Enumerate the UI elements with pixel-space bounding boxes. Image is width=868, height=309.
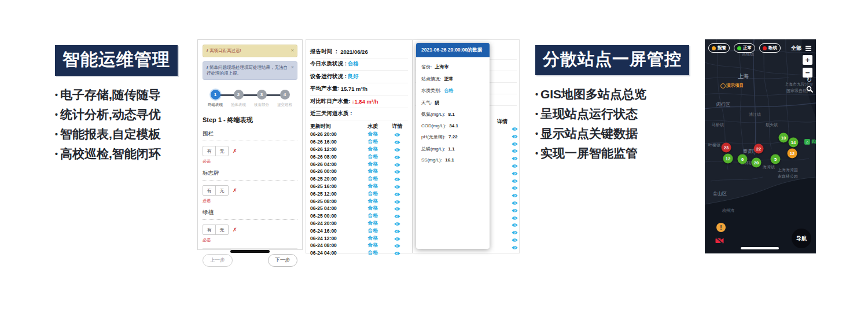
detail-eye-icon[interactable] bbox=[394, 251, 400, 256]
col-detail: 详情 bbox=[492, 118, 512, 126]
row-quality: 合格 bbox=[359, 153, 387, 160]
refresh-icon[interactable]: ↻ bbox=[807, 76, 812, 84]
station-marker[interactable]: 14 bbox=[789, 138, 799, 148]
zoom-in-button[interactable]: + bbox=[803, 55, 812, 65]
detail-eye-icon[interactable] bbox=[505, 164, 524, 168]
feature-bullet: 统计分析,动态寻优 bbox=[55, 105, 197, 124]
legend-pill[interactable]: 正常 bbox=[734, 43, 755, 53]
detail-eye-icon[interactable] bbox=[505, 149, 524, 153]
station-marker[interactable]: 20 bbox=[752, 158, 762, 168]
station-marker[interactable]: 22 bbox=[754, 144, 764, 154]
map-place-label: 叶榭镇 bbox=[708, 142, 720, 148]
row-quality: 合格 bbox=[359, 168, 387, 175]
yes-no-toggle: 有无 bbox=[203, 225, 229, 235]
popup-field-label: SS(mg/L): bbox=[421, 157, 442, 163]
popup-field: pH(无量纲): 7.22 bbox=[421, 134, 484, 140]
row-time: 06-26 04:00 bbox=[310, 161, 359, 167]
step-circle: 4 bbox=[280, 90, 290, 100]
detail-eye-icon[interactable] bbox=[505, 179, 524, 183]
option-yes[interactable]: 有 bbox=[203, 146, 216, 156]
filter-all-button[interactable]: 全部 bbox=[791, 45, 801, 52]
station-marker[interactable]: 12 bbox=[723, 154, 733, 164]
left-feature-block: 智能运维管理 电子存储,随传随导统计分析,动态寻优智能报表,自定模板高校巡检,智… bbox=[55, 45, 197, 164]
station-marker[interactable]: 5 bbox=[771, 154, 781, 164]
camera-off-icon[interactable] bbox=[715, 237, 724, 244]
close-icon[interactable]: × bbox=[291, 64, 294, 70]
station-marker[interactable]: 10 bbox=[779, 133, 789, 143]
detail-eye-icon[interactable] bbox=[505, 171, 524, 176]
popup-field-label: 总磷(mg/L): bbox=[421, 146, 445, 152]
row-quality: 合格 bbox=[359, 220, 387, 227]
step-circle: 3 bbox=[257, 90, 267, 100]
row-time: 06-24 20:00 bbox=[310, 220, 359, 226]
report-info-row: 对比昨日产水量: ↓1.84 m³/h bbox=[310, 95, 408, 108]
close-icon[interactable]: × bbox=[291, 47, 294, 53]
checklist-field: 标志牌 有无 ✗ 必选 bbox=[203, 170, 297, 204]
row-time: 06-26 00:00 bbox=[310, 168, 359, 174]
row-quality: 合格 bbox=[359, 235, 387, 242]
step-item[interactable]: 3 设备部分 bbox=[250, 90, 273, 108]
field-label: 标志牌 bbox=[203, 170, 297, 181]
row-time: 06-24 12:00 bbox=[310, 236, 359, 241]
station-marker[interactable]: 23 bbox=[722, 143, 731, 153]
project-marker-icon[interactable] bbox=[720, 83, 726, 89]
alert-badge[interactable]: ! bbox=[716, 223, 726, 232]
popup-field: SS(mg/L): 16.1 bbox=[421, 157, 484, 163]
detail-eye-icon[interactable] bbox=[505, 142, 524, 146]
row-time: 06-26 12:00 bbox=[310, 146, 359, 152]
detail-eye-icon[interactable] bbox=[505, 238, 524, 242]
detail-eye-icon[interactable] bbox=[505, 201, 524, 205]
detail-eye-icon[interactable] bbox=[505, 134, 524, 139]
option-no[interactable]: 无 bbox=[216, 186, 228, 195]
step-label: 提交巡检 bbox=[277, 102, 292, 108]
station-marker[interactable]: 12 bbox=[788, 149, 797, 159]
legend-dot-icon bbox=[763, 46, 767, 50]
option-yes[interactable]: 有 bbox=[203, 225, 216, 234]
legend-pill[interactable]: 报警 bbox=[708, 43, 730, 53]
search-icon[interactable] bbox=[806, 86, 814, 93]
map-place-label: 上海海湾国 bbox=[778, 167, 798, 173]
feature-banner: 智能运维管理 电子存储,随传随导统计分析,动态寻优智能报表,自定模板高校巡检,智… bbox=[0, 0, 868, 309]
report-info-row: 今日水质状况 : 合格 bbox=[310, 58, 408, 71]
popup-field-label: COD(mg/L): bbox=[421, 123, 446, 128]
option-no[interactable]: 无 bbox=[216, 225, 228, 234]
menu-icon[interactable] bbox=[806, 46, 811, 47]
detail-eye-icon[interactable] bbox=[505, 193, 524, 198]
navigate-button[interactable]: 导航 bbox=[792, 229, 811, 248]
detail-eye-icon[interactable] bbox=[505, 245, 524, 250]
table-row: 06-24 04:00 合格 bbox=[310, 249, 408, 257]
station-marker[interactable]: 6 bbox=[738, 154, 748, 164]
popup-field-value: 34.1 bbox=[449, 123, 458, 128]
detail-eye-icon[interactable] bbox=[505, 156, 524, 161]
home-indicator bbox=[741, 247, 779, 249]
station-data-popup: 2021-06-26 20:00:00的数据 省份: 上海市 站点情况: 正常 … bbox=[416, 43, 490, 249]
detail-eye-icon[interactable] bbox=[505, 230, 524, 235]
popup-title: 2021-06-26 20:00:00的数据 bbox=[416, 43, 490, 57]
next-step-button[interactable]: 下一步 bbox=[268, 254, 298, 267]
report-info-row: 平均产水量: 15.71 m³/h bbox=[310, 83, 408, 96]
legend-pill[interactable]: 断线 bbox=[759, 43, 781, 53]
detail-eye-icon[interactable] bbox=[505, 216, 524, 220]
step-circle: 1 bbox=[211, 90, 220, 100]
row-time: 06-25 12:00 bbox=[310, 191, 359, 197]
prev-step-button[interactable]: 上一步 bbox=[203, 254, 233, 267]
step-item[interactable]: 4 提交巡检 bbox=[273, 90, 296, 108]
option-yes[interactable]: 有 bbox=[203, 186, 216, 195]
detail-eye-icon[interactable] bbox=[505, 223, 524, 227]
yes-no-toggle: 有无 bbox=[203, 185, 229, 196]
step-item[interactable]: 2 池体表现 bbox=[227, 90, 250, 108]
edge-station[interactable]: ⌂ 四团 bbox=[804, 139, 816, 145]
popup-field-value: 阴 bbox=[435, 100, 439, 105]
popup-field-label: 氨氮(mg/L): bbox=[421, 112, 445, 117]
option-no[interactable]: 无 bbox=[216, 146, 228, 156]
detail-eye-icon[interactable] bbox=[505, 186, 524, 190]
step-progress: 1 终端表现 2 池体表现 3 设备部分 4 提交巡检 bbox=[204, 90, 296, 108]
detail-eye-icon[interactable] bbox=[505, 208, 524, 213]
step-item[interactable]: 1 终端表现 bbox=[204, 90, 227, 108]
station-label: 四团 bbox=[811, 139, 816, 145]
distance-warning-alert: i离项目距离过远! × bbox=[203, 45, 297, 57]
step-title: Step 1 - 终端表现 bbox=[203, 116, 297, 124]
row-time: 06-24 08:00 bbox=[310, 242, 359, 248]
detail-eye-icon[interactable] bbox=[505, 127, 524, 131]
popup-field-label: 天气: bbox=[421, 100, 432, 105]
